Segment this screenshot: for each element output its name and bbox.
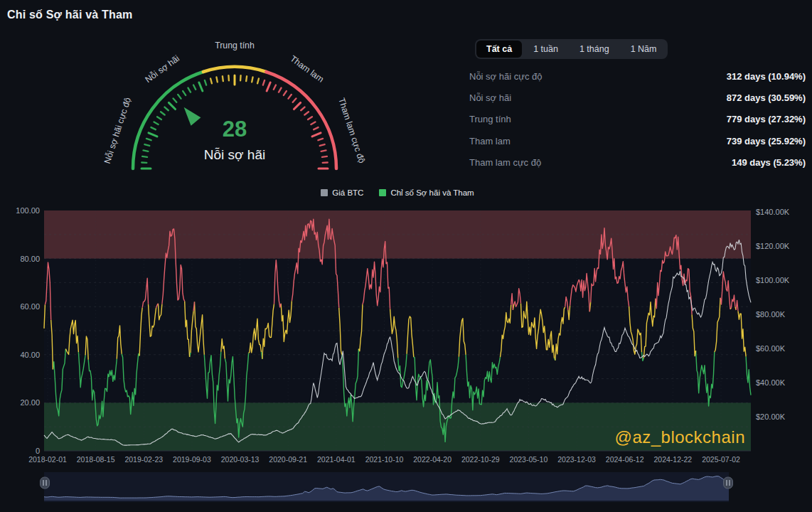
svg-text:$20.00K: $20.00K	[756, 412, 786, 421]
gauge-zone-label: Trung tính	[215, 41, 255, 50]
svg-text:$140.00K: $140.00K	[756, 208, 790, 216]
stat-value: 739 days (25.92%)	[727, 136, 806, 146]
svg-text:40.00: 40.00	[20, 351, 40, 359]
svg-text:2018-08-15: 2018-08-15	[77, 455, 115, 464]
svg-text:80.00: 80.00	[20, 255, 40, 263]
svg-text:$120.00K: $120.00K	[756, 242, 790, 250]
gauge-value: 28	[223, 117, 247, 142]
svg-text:2023-05-10: 2023-05-10	[510, 455, 548, 464]
svg-text:100.00: 100.00	[16, 206, 40, 215]
stat-row-2[interactable]: Trung tính779 days (27.32%)	[469, 109, 806, 130]
gauge-value-label: Nỗi sợ hãi	[204, 147, 265, 162]
range-tab-2[interactable]: 1 tháng	[570, 41, 619, 58]
gauge-zone-label: Nỗi sợ hãi cực độ	[102, 96, 133, 165]
svg-text:2023-12-03: 2023-12-03	[557, 455, 596, 464]
range-tabs: Tất cả1 tuần1 tháng1 Năm	[475, 39, 668, 59]
stat-value: 312 days (10.94%)	[727, 71, 806, 82]
stat-label: Nỗi sợ hãi	[469, 92, 511, 103]
navigator-handle-left[interactable]	[41, 477, 50, 489]
gauge-zone-label: Nỗi sợ hãi	[143, 53, 181, 85]
svg-text:2022-10-29: 2022-10-29	[461, 455, 500, 464]
range-tab-0[interactable]: Tất cả	[476, 41, 522, 58]
svg-text:2018-02-01: 2018-02-01	[28, 455, 67, 464]
page-title: Chỉ số Sợ hãi và Tham	[7, 9, 133, 21]
stat-label: Tham lam cực độ	[469, 157, 541, 168]
svg-text:2020-03-13: 2020-03-13	[221, 455, 260, 464]
stat-label: Trung tính	[469, 114, 511, 124]
range-tab-1[interactable]: 1 tuần	[523, 41, 568, 58]
stats-panel: Nỗi sợ hãi cực độ312 days (10.94%)Nỗi sợ…	[469, 65, 806, 174]
svg-text:2021-10-10: 2021-10-10	[365, 455, 404, 464]
x-axis-labels: 2018-02-012018-08-152019-02-232019-09-03…	[28, 455, 740, 464]
svg-text:2024-06-12: 2024-06-12	[606, 455, 644, 464]
stat-label: Nỗi sợ hãi cực độ	[469, 71, 543, 82]
svg-text:2020-09-21: 2020-09-21	[269, 455, 307, 464]
stat-value: 779 days (27.32%)	[727, 114, 806, 124]
svg-text:2019-02-23: 2019-02-23	[124, 455, 163, 464]
svg-text:$40.00K: $40.00K	[756, 378, 786, 387]
gauge-zone-label: Tham lam cực độ	[336, 97, 367, 164]
svg-text:0: 0	[36, 447, 40, 455]
svg-text:60.00: 60.00	[20, 302, 40, 311]
svg-text:$80.00K: $80.00K	[756, 310, 786, 319]
svg-text:2025-07-02: 2025-07-02	[702, 455, 740, 464]
svg-text:20.00: 20.00	[20, 398, 40, 407]
svg-text:2021-04-01: 2021-04-01	[317, 455, 356, 464]
right-axis-labels: $20.00K$40.00K$60.00K$80.00K$100.00K$120…	[756, 208, 790, 421]
stat-label: Tham lam	[469, 136, 511, 146]
stat-value: 872 days (30.59%)	[727, 92, 806, 103]
left-axis-labels: 020.0040.0060.0080.00100.00	[16, 206, 40, 455]
stat-row-3[interactable]: Tham lam739 days (25.92%)	[469, 130, 806, 151]
stat-row-1[interactable]: Nỗi sợ hãi872 days (30.59%)	[469, 87, 806, 108]
watermark: @az_blockchain	[615, 427, 745, 447]
fear-greed-gauge: Nỗi sợ hãi cực độNỗi sợ hãiTrung tínhTha…	[71, 28, 405, 183]
svg-text:$60.00K: $60.00K	[756, 344, 786, 353]
gauge-needle	[184, 107, 201, 126]
stat-row-4[interactable]: Tham lam cực độ149 days (5.23%)	[469, 152, 806, 174]
range-navigator[interactable]	[44, 468, 729, 503]
svg-text:2022-04-20: 2022-04-20	[413, 455, 452, 464]
gauge-zone-label: Tham lam	[288, 53, 325, 84]
svg-text:2019-09-03: 2019-09-03	[173, 455, 211, 464]
svg-text:$100.00K: $100.00K	[756, 276, 790, 284]
range-tab-3[interactable]: 1 Năm	[621, 41, 667, 58]
svg-text:2024-12-22: 2024-12-22	[653, 455, 692, 464]
gauge-zone-labels: Nỗi sợ hãi cực độNỗi sợ hãiTrung tínhTha…	[102, 41, 367, 165]
stat-row-0[interactable]: Nỗi sợ hãi cực độ312 days (10.94%)	[469, 65, 806, 87]
navigator-handle-right[interactable]	[724, 477, 733, 489]
stat-value: 149 days (5.23%)	[732, 157, 806, 168]
main-chart[interactable]: 020.0040.0060.0080.00100.00$20.00K$40.00…	[0, 185, 812, 468]
